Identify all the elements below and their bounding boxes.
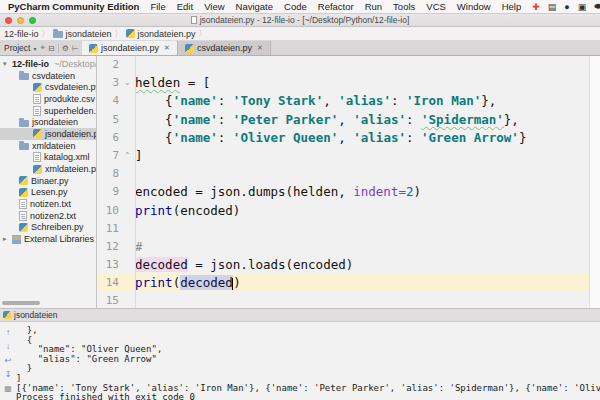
project-tree: ▾12-file-io~/Desktop/csvdateiencsvdateie… (0, 58, 96, 245)
line-number: 11 (97, 220, 135, 238)
tab-label: jsondateien.py (101, 43, 159, 53)
tree-item-csvdateien[interactable]: csvdateien (0, 70, 96, 82)
run-config-tab[interactable]: jsondateien (14, 310, 57, 320)
breadcrumb-item-jsondateien[interactable]: jsondateien (53, 29, 112, 39)
editor-scrollbar[interactable] (589, 56, 600, 308)
tree-item-label: External Libraries (24, 234, 94, 244)
tree-expand-icon[interactable]: ▸ (3, 235, 9, 243)
breadcrumb-item-jsondateien.py[interactable]: jsondateien.py (126, 29, 196, 39)
code-line-2[interactable]: 2 (97, 56, 600, 74)
code-line-13[interactable]: 13decoded = json.loads(encoded) (97, 256, 600, 274)
run-console: jsondateien ↑↓↩↧▦ }, { "name": "Oliver Q… (0, 308, 600, 400)
tree-item-Binaer.py[interactable]: Binaer.py (0, 175, 96, 187)
menu-item-run[interactable]: Run (365, 1, 382, 12)
console-line: } (16, 364, 600, 374)
code-line-14[interactable]: 14print(decoded) (97, 274, 600, 292)
up-stack-icon[interactable]: ↑ (6, 328, 10, 337)
tree-item-jsondateien.py[interactable]: jsondateien.py (0, 128, 96, 140)
tree-expand-icon[interactable]: ▾ (3, 60, 9, 68)
tree-item-produkte.csv[interactable]: produkte.csv (0, 93, 96, 105)
code-line-3[interactable]: 3⌄helden = [ (97, 74, 600, 92)
minimize-window-button[interactable] (17, 17, 24, 24)
code-line-8[interactable]: 8 (97, 165, 600, 183)
code-token: # (135, 239, 143, 254)
menu-item-view[interactable]: View (204, 1, 224, 12)
console-line: "alias": "Green Arrow" (16, 355, 600, 365)
console-output: }, { "name": "Oliver Queen", "alias": "G… (16, 322, 600, 400)
code-token: = json.loads(encoded) (188, 257, 354, 272)
menu-item-help[interactable]: Help (502, 1, 522, 12)
tab-jsondateien.py[interactable]: jsondateien.py✕ (82, 41, 178, 55)
code-editor[interactable]: 23⌄helden = [4 {'name': 'Tony Stark', 'a… (97, 56, 600, 308)
hide-panel-button[interactable]: ⊢ (72, 44, 79, 53)
tree-item-label: csvdateien.py (45, 82, 96, 92)
code-token: ) (233, 275, 241, 290)
menu-item-navigate[interactable]: Navigate (236, 1, 274, 12)
horizontal-scrollbar[interactable] (2, 301, 40, 305)
down-stack-icon[interactable]: ↓ (6, 342, 10, 351)
menu-item-tools[interactable]: Tools (393, 1, 415, 12)
console-line: Process finished with exit code 0 (16, 393, 600, 400)
code-token: ] (135, 148, 143, 163)
menu-item-vcs[interactable]: VCS (426, 1, 446, 12)
zoom-window-button[interactable] (29, 17, 36, 24)
tree-item-xmldateien.py[interactable]: xmldateien.py (0, 163, 96, 175)
tab-csvdateien.py[interactable]: csvdateien.py✕ (178, 41, 271, 55)
tree-item-notizen.txt[interactable]: notizen.txt (0, 198, 96, 210)
tree-item-12-file-io[interactable]: ▾12-file-io~/Desktop/ (0, 58, 96, 70)
chat-icon[interactable]: ⬬ (594, 1, 600, 12)
lib-icon (12, 235, 21, 244)
code-token: decoded (135, 257, 188, 272)
menu-item-file[interactable]: File (150, 1, 165, 12)
tree-item-Schreiben.py[interactable]: Schreiben.py (0, 222, 96, 234)
code-line-10[interactable]: 10print(encoded) (97, 202, 600, 220)
tree-item-xmldateien[interactable]: xmldateien (0, 140, 96, 152)
settings-button[interactable]: ⚙ (62, 44, 69, 53)
locate-button[interactable]: ⌖ (40, 43, 45, 53)
code-line-5[interactable]: 5 {'name': 'Peter Parker', 'alias': 'Spi… (97, 111, 600, 129)
tree-item-External Libraries[interactable]: ▸External Libraries (0, 233, 96, 245)
print-icon[interactable]: ▦ (4, 384, 12, 393)
project-panel-title[interactable]: Project (4, 43, 30, 53)
code-token: 'alias' (353, 112, 406, 127)
scroll-end-icon[interactable]: ↧ (5, 370, 12, 379)
chevron-right-icon: 〉 (115, 28, 123, 39)
collapse-all-button[interactable]: ⊟ (48, 44, 55, 53)
screen-record-icon[interactable]: ▣ (578, 2, 587, 12)
menu-item-window[interactable]: Window (457, 1, 491, 12)
menu-item-code[interactable]: Code (284, 1, 307, 12)
code-token: print (135, 275, 173, 290)
tab-close-icon[interactable]: ✕ (257, 44, 263, 52)
app-name[interactable]: PyCharm Community Edition (8, 1, 139, 12)
tree-item-superhelden.csv[interactable]: superhelden.csv (0, 105, 96, 117)
tab-close-icon[interactable]: ✕ (164, 44, 170, 52)
code-line-7[interactable]: 7⌃] (97, 147, 600, 165)
tree-item-notizen2.txt[interactable]: notizen2.txt (0, 210, 96, 222)
health-icon[interactable]: ✚ (532, 2, 540, 12)
notes-icon[interactable]: ▤ (548, 2, 557, 12)
menu-item-edit[interactable]: Edit (177, 1, 193, 12)
close-window-button[interactable] (5, 17, 12, 24)
code-token: 'Iron Man' (406, 93, 481, 108)
menu-item-refactor[interactable]: Refactor (318, 1, 354, 12)
tree-item-Lesen.py[interactable]: Lesen.py (0, 187, 96, 199)
breadcrumb-item-12-file-io[interactable]: 12-file-io (4, 29, 39, 39)
moon-icon[interactable]: ● (564, 2, 569, 12)
code-token: : (406, 130, 421, 145)
code-token: : (391, 93, 406, 108)
fold-marker-icon[interactable]: ⌄ (124, 74, 131, 92)
code-line-6[interactable]: 6 {'name': 'Oliver Queen', 'alias': 'Gre… (97, 129, 600, 147)
tree-item-csvdateien.py[interactable]: csvdateien.py (0, 81, 96, 93)
tree-item-jsondateien[interactable]: jsondateien (0, 116, 96, 128)
tree-item-katalog.xml[interactable]: katalog.xml (0, 152, 96, 164)
code-line-4[interactable]: 4 {'name': 'Tony Stark', 'alias': 'Iron … (97, 92, 600, 110)
code-line-9[interactable]: 9encoded = json.dumps(helden, indent=2) (97, 183, 600, 201)
fold-marker-icon[interactable]: ⌃ (124, 147, 131, 165)
code-line-15[interactable]: 15 (97, 292, 600, 308)
soft-wrap-icon[interactable]: ↩ (5, 356, 12, 365)
line-number: 13 (97, 256, 135, 274)
code-line-11[interactable]: 11 (97, 220, 600, 238)
code-token: indent (353, 184, 398, 199)
code-line-12[interactable]: 12# (97, 238, 600, 256)
folder-icon (53, 31, 63, 38)
